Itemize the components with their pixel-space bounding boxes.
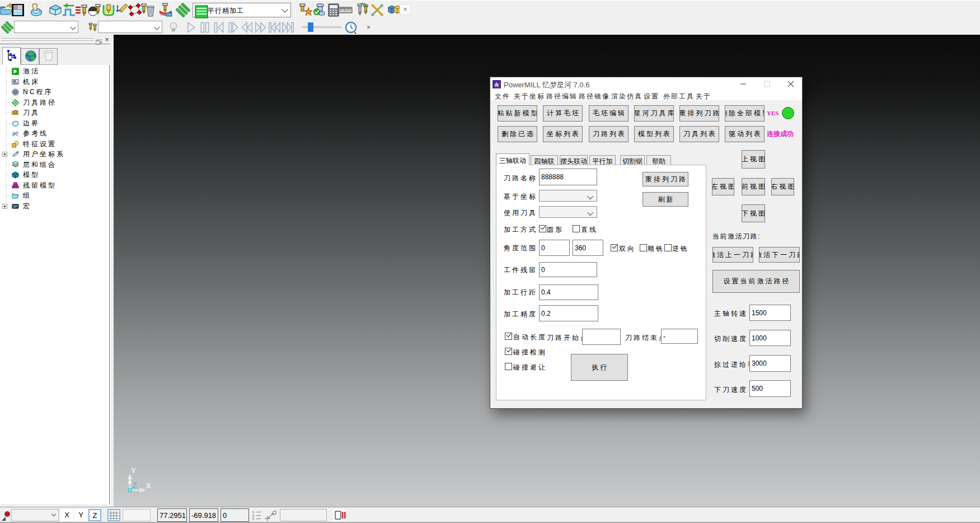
svg-text:Y: Y bbox=[131, 466, 136, 475]
svg-text:z: z bbox=[252, 517, 255, 521]
svg-text:X: X bbox=[146, 482, 151, 490]
svg-text:Z: Z bbox=[132, 481, 137, 490]
